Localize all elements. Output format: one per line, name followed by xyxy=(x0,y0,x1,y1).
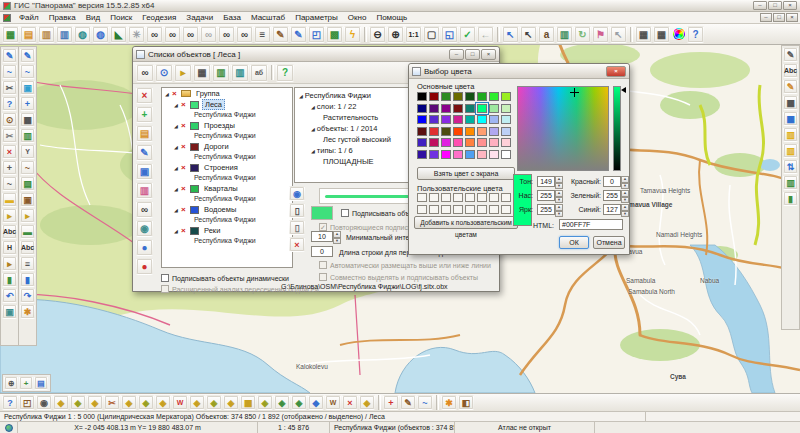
map-yellow-icon[interactable]: ▥ xyxy=(783,127,798,142)
min-interval-value[interactable]: 10 xyxy=(311,231,333,242)
flashlight-3-icon[interactable]: ▸ xyxy=(20,208,35,223)
zoom-out-icon[interactable]: ⊖ xyxy=(369,26,386,43)
field-ярк[interactable]: 255▲▼ xyxy=(537,204,563,217)
basic-color-swatch[interactable] xyxy=(465,150,475,159)
print-map-icon[interactable]: ▦ xyxy=(783,95,798,110)
tree-item-label[interactable]: Проезды xyxy=(202,121,237,130)
field-value[interactable]: 127 xyxy=(603,204,621,215)
basic-color-swatch[interactable] xyxy=(429,138,439,147)
visibility-x-icon[interactable]: × xyxy=(181,121,190,130)
measure-map-icon[interactable]: ~ xyxy=(417,395,433,410)
expand-arrow-icon[interactable]: ◢ xyxy=(174,165,181,171)
map-transfer-2-icon[interactable]: ▥ xyxy=(231,64,249,82)
copy-fragment-icon[interactable]: ◈ xyxy=(53,395,69,410)
custom-color-slot[interactable] xyxy=(429,193,439,202)
field-value[interactable]: 0 xyxy=(603,176,621,187)
align-text-icon[interactable]: ≡ xyxy=(20,256,35,271)
min-interval-spinner[interactable]: 10 ▲▼ xyxy=(311,231,341,244)
visibility-x-icon[interactable]: × xyxy=(181,142,190,151)
fit-frame-icon[interactable]: ▢ xyxy=(423,26,440,43)
education-icon[interactable]: ◣ xyxy=(110,26,127,43)
html-color-input[interactable]: #00FF7F xyxy=(559,219,623,230)
move-region-icon[interactable]: ◈ xyxy=(223,395,239,410)
export-fragment-icon[interactable]: ◈ xyxy=(70,395,86,410)
spin-arrows[interactable]: ▲▼ xyxy=(621,204,629,217)
menu-правка[interactable]: Правка xyxy=(44,13,81,22)
visibility-x-icon[interactable]: × xyxy=(181,100,190,109)
open-folder-icon[interactable]: ▤ xyxy=(20,26,37,43)
custom-color-slot[interactable] xyxy=(417,193,427,202)
pointer-help-icon[interactable]: ? xyxy=(2,395,18,410)
find-object-2-icon[interactable]: ∞ xyxy=(164,26,181,43)
dialog-minimize-button[interactable]: – xyxy=(449,49,464,60)
rotate-region-icon[interactable]: ◈ xyxy=(206,395,222,410)
basic-color-swatch[interactable] xyxy=(429,115,439,124)
basic-color-swatch[interactable] xyxy=(477,150,487,159)
region-w-icon[interactable]: W xyxy=(172,395,188,410)
tree-item-label[interactable]: Леса xyxy=(202,99,225,110)
basic-color-swatch[interactable] xyxy=(441,127,451,136)
draw-pencil-2-icon[interactable]: ✎ xyxy=(20,48,35,63)
basic-color-swatch[interactable] xyxy=(453,104,463,113)
basic-color-swatch[interactable] xyxy=(441,138,451,147)
expand-arrow-icon[interactable]: ◢ xyxy=(174,186,181,192)
region-x-icon[interactable]: × xyxy=(342,395,358,410)
region-w2-icon[interactable]: W xyxy=(325,395,341,410)
exit-door-icon[interactable]: ◧ xyxy=(458,395,474,410)
basic-color-swatch[interactable] xyxy=(441,150,451,159)
basic-color-swatch[interactable] xyxy=(465,138,475,147)
checkbox-box[interactable] xyxy=(161,285,169,293)
find-edit-icon[interactable]: ✎ xyxy=(272,26,289,43)
move-object-icon[interactable]: + xyxy=(20,96,35,111)
checkbox-box[interactable]: ✓ xyxy=(319,223,327,231)
banknote-icon[interactable]: ▬ xyxy=(20,224,35,239)
copy-params-icon[interactable]: ▯ xyxy=(289,203,305,218)
flashlight-2-icon[interactable]: ▸ xyxy=(2,256,17,271)
paste-fragment-icon[interactable]: ◈ xyxy=(138,395,154,410)
status-scale[interactable]: 1 : 45 876 xyxy=(258,422,330,433)
menu-поиск[interactable]: Поиск xyxy=(105,13,137,22)
custom-color-slot[interactable] xyxy=(489,205,499,214)
spheres-blue-icon[interactable]: ● xyxy=(136,239,153,256)
basic-color-swatch[interactable] xyxy=(501,150,511,159)
add-custom-color-button[interactable]: Добавить к пользовательским цветам xyxy=(414,216,518,229)
basic-color-swatch[interactable] xyxy=(489,150,499,159)
scale-1-1-icon[interactable]: 1:1 xyxy=(405,26,422,43)
min-interval-arrows[interactable]: ▲▼ xyxy=(333,231,341,244)
minimize-button[interactable]: – xyxy=(753,1,767,10)
ok-button[interactable]: ОК xyxy=(559,236,589,249)
find-object-5-icon[interactable]: ∞ xyxy=(236,26,253,43)
basic-color-swatch[interactable] xyxy=(489,115,499,124)
dynamic-labels-checkbox[interactable]: Подписывать объекты динамически xyxy=(161,274,289,282)
basic-color-swatch[interactable] xyxy=(465,115,475,124)
select-map-icon[interactable]: ▥ xyxy=(556,26,573,43)
basic-color-swatch[interactable] xyxy=(489,127,499,136)
basic-color-swatch[interactable] xyxy=(453,150,463,159)
chart-2-icon[interactable]: ▮ xyxy=(20,272,35,287)
smooth-line-icon[interactable]: ~ xyxy=(2,176,17,191)
tree-item-label[interactable]: Дороги xyxy=(202,142,231,151)
map-search-icon[interactable]: ▥ xyxy=(136,182,153,199)
update-region-icon[interactable]: ◈ xyxy=(189,395,205,410)
expand-arrow-icon[interactable]: ◢ xyxy=(174,207,181,213)
custom-color-slot[interactable] xyxy=(453,193,463,202)
expand-arrow-icon[interactable]: ◢ xyxy=(165,91,172,97)
paste-params-icon[interactable]: ▯ xyxy=(289,220,305,235)
spin-arrows[interactable]: ▲▼ xyxy=(555,204,563,217)
binoculars-icon[interactable]: ∞ xyxy=(136,201,153,218)
basic-color-swatch[interactable] xyxy=(465,127,475,136)
basic-color-swatch[interactable] xyxy=(477,104,487,113)
custom-color-slot[interactable] xyxy=(441,193,451,202)
tree-item-Строения[interactable]: ◢×Строения xyxy=(162,162,292,173)
value-slider-marker[interactable] xyxy=(621,87,626,93)
custom-color-slot[interactable] xyxy=(453,205,463,214)
tree-item-Водоемы[interactable]: ◢×Водоемы xyxy=(162,204,292,215)
joint-select-checkbox[interactable]: Совместно выделять и подписывать объекты xyxy=(319,273,478,281)
find-object-gray-icon[interactable]: ∞ xyxy=(200,26,217,43)
pointer-gray-icon[interactable]: ↖ xyxy=(610,26,627,43)
text-abc-icon[interactable]: Abc xyxy=(2,224,17,239)
map-transfer-icon[interactable]: ▥ xyxy=(212,64,230,82)
kml-export-icon[interactable]: ◈ xyxy=(274,395,290,410)
fill-color-icon[interactable]: ▣ xyxy=(20,80,35,95)
tree-item-Леса[interactable]: ◢×Леса xyxy=(162,99,292,110)
